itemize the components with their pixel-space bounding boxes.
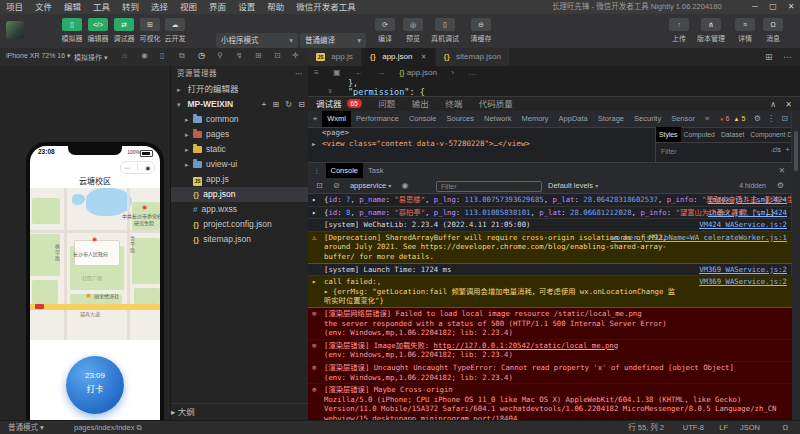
tree-item-app-wxss[interactable]: #app.wxss bbox=[171, 202, 309, 217]
inspect-icon[interactable]: ⌖ bbox=[308, 111, 322, 127]
tab-styles[interactable]: Styles bbox=[656, 127, 681, 142]
tree-item-app-js[interactable]: JSapp.js bbox=[171, 172, 309, 187]
panel-tab-output[interactable]: 输出 bbox=[412, 99, 429, 109]
tab-wxml[interactable]: Wxml bbox=[322, 111, 351, 127]
messages-button[interactable]: Ω 消息 bbox=[760, 18, 786, 43]
image-url-link[interactable]: http://127.0.0.1:20542/static/local_me.p… bbox=[434, 341, 619, 350]
compile-mode-select[interactable]: 普通编译 ▾ bbox=[300, 33, 366, 48]
tree-item-common[interactable]: ▸common bbox=[171, 112, 309, 127]
menu-interface[interactable]: 界面 bbox=[203, 0, 232, 14]
capsule-close-icon[interactable]: ◉ bbox=[145, 164, 150, 171]
code-editor[interactable]: }, ∨ "permission": { bbox=[308, 79, 800, 96]
collapse-all-icon[interactable]: ⊟ bbox=[298, 100, 305, 109]
screenshot-icon[interactable]: ⧉ bbox=[179, 51, 185, 61]
close-panel-icon[interactable]: ✕ bbox=[785, 97, 792, 112]
breadcrumb[interactable]: app.json bbox=[407, 68, 437, 77]
source-link[interactable]: VM369 WAService.js:2 bbox=[699, 277, 787, 287]
warning-triangle-icon[interactable]: ▲ bbox=[734, 116, 740, 122]
language-indicator[interactable]: JSON bbox=[740, 421, 760, 434]
menu-view[interactable]: 视图 bbox=[174, 0, 203, 14]
expand-arrow-icon[interactable]: ▸ bbox=[324, 287, 328, 296]
back-icon[interactable]: ← bbox=[355, 68, 363, 77]
console-error-row[interactable]: ⊗ [渲染层错误] Image加载失败: http://127.0.0.1:20… bbox=[308, 340, 792, 362]
cursor-position[interactable]: 行 55, 列 2 bbox=[628, 421, 664, 434]
project-root[interactable]: ▾ MP-WEIXIN + ⊞ ↻ ⊟ bbox=[171, 97, 309, 112]
drawer-menu-icon[interactable]: ⋮ bbox=[308, 163, 326, 179]
console-log-row[interactable]: ▸ {id: 8, p_name: "慕柏亭", p_lng: 113.0108… bbox=[308, 207, 792, 220]
tab-sources[interactable]: Sources bbox=[441, 111, 479, 127]
dom-tree[interactable]: <page> ▶<view class="content data-v-5728… bbox=[308, 127, 655, 162]
outline-section[interactable]: ▸ 大纲 bbox=[171, 403, 309, 420]
copy-icon[interactable]: ⧉ bbox=[137, 423, 142, 432]
tab-storage[interactable]: Storage bbox=[593, 111, 629, 127]
grid-icon[interactable]: ⊞ bbox=[255, 51, 262, 60]
more-icon[interactable]: ⋯ bbox=[783, 52, 792, 62]
device-debug-button[interactable]: ▯ 真机调试 bbox=[428, 18, 462, 43]
source-link[interactable]: worker.js?libName=WA_celerateWorker.js:1 bbox=[611, 233, 787, 243]
drawer-tab-console[interactable]: Console bbox=[326, 163, 364, 179]
console-system-row[interactable]: [system] Launch Time: 1724 ms VM369 WASe… bbox=[308, 264, 792, 277]
panel-tab-code-quality[interactable]: 代码质量 bbox=[479, 99, 513, 109]
campus-map[interactable]: ◉ 长沙市人民政府 ◉ 中共长沙市委党校 研究生院 社区广场 枫华路 青平路 ◉… bbox=[30, 188, 160, 340]
eye-icon[interactable]: ◉ bbox=[402, 181, 409, 190]
upload-button[interactable]: ↑ 上传 bbox=[666, 18, 692, 43]
tab-memory[interactable]: Memory bbox=[516, 111, 553, 127]
tree-item-project-config[interactable]: {}project.config.json bbox=[171, 217, 309, 232]
avatar[interactable] bbox=[6, 21, 24, 39]
tab-computed[interactable]: Computed bbox=[681, 127, 718, 142]
styles-filter-input[interactable] bbox=[659, 145, 733, 157]
collapse-panel-icon[interactable]: ∧ bbox=[770, 97, 776, 112]
expand-arrow-icon[interactable]: ▸ bbox=[312, 277, 316, 287]
debugger-toggle-button[interactable]: ⇄ 调试器 bbox=[111, 18, 137, 43]
context-select[interactable]: appservice ▾ bbox=[350, 181, 391, 190]
fold-icon[interactable]: ∨ bbox=[328, 87, 332, 95]
tab-sitemap-json[interactable]: {} sitemap.json bbox=[436, 48, 509, 66]
frame-icon[interactable]: ⊡ bbox=[274, 51, 281, 60]
wechat-capsule[interactable]: ⋯ ◉ bbox=[120, 161, 155, 174]
source-link[interactable]: VM369 WAService.js:2 bbox=[699, 265, 787, 275]
gear-icon[interactable]: ⚙ bbox=[754, 114, 761, 123]
device-select[interactable]: iPhone XR 72% 16 ▾ bbox=[6, 52, 71, 60]
clock-in-button[interactable]: 23:09 打卡 bbox=[66, 356, 124, 414]
error-count[interactable]: 6 bbox=[725, 115, 729, 122]
simulate-action-select[interactable]: 模拟操作 ▾ bbox=[74, 52, 107, 62]
console-system-row[interactable]: [system] WeChatLib: 2.23.4 (2022.4.11 21… bbox=[308, 219, 792, 232]
page-path[interactable]: pages/index/index ⧉ bbox=[74, 421, 142, 434]
expand-arrow-icon[interactable]: ▸ bbox=[312, 208, 316, 218]
touch-icon[interactable]: ✛ bbox=[292, 51, 299, 60]
source-link[interactable]: index.js? [sm]:424 bbox=[708, 208, 787, 218]
console-warning-row[interactable]: ▸ call failed:, ▸ {errMsg: "getLocation:… bbox=[308, 276, 792, 308]
menu-project[interactable]: 项目 bbox=[0, 0, 29, 14]
dom-node[interactable]: ▶<view class="content data-v-57280228">…… bbox=[308, 138, 655, 149]
visualization-button[interactable]: ⊞ 可视化 bbox=[137, 18, 163, 43]
tab-performance[interactable]: Performance bbox=[351, 111, 404, 127]
tree-item-uview-ui[interactable]: ▸uview-ui bbox=[171, 157, 309, 172]
menu-edit[interactable]: 编辑 bbox=[58, 0, 87, 14]
notifications-icon[interactable]: Ω bbox=[782, 421, 788, 434]
clear-cache-button[interactable]: ⊖ 清缓存 bbox=[466, 18, 496, 43]
tab-network[interactable]: Network bbox=[479, 111, 517, 127]
forward-icon[interactable]: → bbox=[377, 68, 385, 77]
panel-tab-debugger[interactable]: 调试器 bbox=[316, 99, 342, 109]
details-button[interactable]: ≡ 详情 bbox=[732, 18, 758, 43]
tree-item-app-json[interactable]: {}app.json bbox=[171, 187, 309, 202]
bookmark-icon[interactable]: ▣ bbox=[333, 68, 341, 77]
network-icon[interactable]: ↯ bbox=[236, 51, 243, 60]
clock-icon[interactable]: ◷ bbox=[198, 51, 205, 60]
tree-item-pages[interactable]: ▸pages bbox=[171, 127, 309, 142]
split-editor-icon[interactable]: ⊞ bbox=[765, 52, 773, 62]
close-icon[interactable]: ✕ bbox=[782, 0, 800, 14]
clear-console-icon[interactable]: ⊘ bbox=[333, 181, 340, 190]
expand-arrow-icon[interactable]: ▸ bbox=[312, 195, 316, 205]
expand-icon[interactable]: ▶ bbox=[312, 138, 316, 149]
panel-tab-problems[interactable]: 问题 bbox=[378, 99, 395, 109]
devtools-scrollbar[interactable] bbox=[791, 111, 800, 420]
record-icon[interactable]: ◉ bbox=[141, 51, 148, 60]
warning-count[interactable]: 5 bbox=[742, 115, 746, 122]
open-editors-section[interactable]: ▸ 打开的编辑器 bbox=[171, 82, 309, 97]
console-error-row[interactable]: ⊗ [渲染层错误] Maybe Cross-origin Mozilla/5.0… bbox=[308, 384, 792, 420]
close-drawer-icon[interactable]: ✕ bbox=[774, 163, 790, 179]
editor-toggle-button[interactable]: </> 编辑器 bbox=[85, 18, 111, 43]
dock-side-icon[interactable]: ⊡ bbox=[781, 114, 788, 123]
tab-dataset[interactable]: Dataset bbox=[718, 127, 747, 142]
